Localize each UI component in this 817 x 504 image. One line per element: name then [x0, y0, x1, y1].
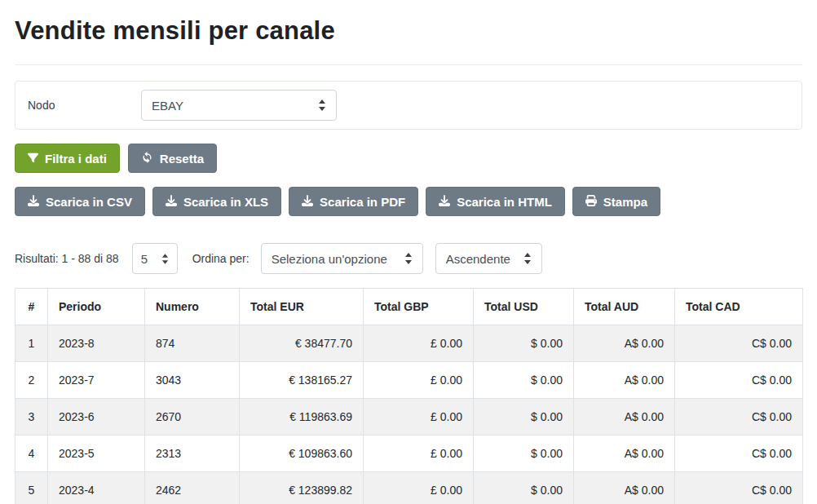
cell-periodo: 2023-5 — [48, 435, 145, 472]
cell-total-gbp: £ 0.00 — [364, 399, 474, 435]
filter-actions-row: Filtra i dati Resetta — [15, 144, 802, 173]
download-csv-button[interactable]: Scarica in CSV — [15, 187, 145, 216]
download-xls-button[interactable]: Scarica in XLS — [152, 187, 281, 216]
cell-total-aud: A$ 0.00 — [574, 362, 675, 399]
cell-index: 5 — [15, 472, 48, 504]
column-header-total-aud: Total AUD — [574, 289, 675, 325]
table-row: 3 2023-6 2670 € 119863.69 £ 0.00 $ 0.00 … — [15, 399, 803, 435]
cell-total-usd: $ 0.00 — [474, 472, 574, 504]
table-row: 2 2023-7 3043 € 138165.27 £ 0.00 $ 0.00 … — [15, 362, 803, 399]
cell-total-gbp: £ 0.00 — [364, 325, 474, 362]
cell-total-eur: € 123899.82 — [240, 472, 364, 504]
cell-total-aud: A$ 0.00 — [574, 399, 675, 435]
table-row: 5 2023-4 2462 € 123899.82 £ 0.00 $ 0.00 … — [15, 472, 803, 504]
column-header-numero: Numero — [145, 289, 240, 325]
cell-index: 1 — [15, 325, 48, 362]
download-icon — [302, 195, 313, 209]
cell-total-gbp: £ 0.00 — [364, 362, 474, 399]
cell-total-usd: $ 0.00 — [474, 325, 574, 362]
filter-panel: Nodo EBAY — [15, 81, 802, 130]
cell-numero: 2313 — [145, 435, 240, 472]
results-count: Risultati: 1 - 88 di 88 — [15, 252, 119, 265]
cell-total-gbp: £ 0.00 — [364, 472, 474, 504]
page-title: Vendite mensili per canale — [15, 16, 802, 46]
node-select-value: EBAY — [152, 99, 183, 113]
download-icon — [166, 195, 177, 209]
reset-button-label: Resetta — [160, 152, 204, 166]
select-arrows-icon — [523, 253, 532, 264]
cell-periodo: 2023-7 — [48, 362, 145, 399]
node-label: Nodo — [28, 99, 141, 112]
cell-total-aud: A$ 0.00 — [574, 472, 675, 504]
page-container: Vendite mensili per canale Nodo EBAY Fil… — [0, 16, 817, 504]
page-size-select[interactable]: 5 — [132, 243, 178, 274]
cell-total-cad: C$ 0.00 — [675, 325, 803, 362]
download-xls-label: Scarica in XLS — [183, 195, 268, 209]
sort-direction-select[interactable]: Ascendente — [435, 243, 542, 274]
download-pdf-button[interactable]: Scarica in PDF — [289, 187, 418, 216]
cell-numero: 2462 — [145, 472, 240, 504]
order-by-label: Ordina per: — [192, 252, 250, 265]
cell-periodo: 2023-8 — [48, 325, 145, 362]
select-arrows-icon — [161, 254, 169, 264]
cell-index: 2 — [15, 362, 48, 399]
column-header-index: # — [15, 289, 48, 325]
results-table: # Periodo Numero Total EUR Total GBP Tot… — [15, 288, 803, 504]
title-divider — [15, 64, 802, 65]
page-size-value: 5 — [141, 252, 148, 266]
cell-total-eur: € 138165.27 — [240, 362, 364, 399]
download-pdf-label: Scarica in PDF — [320, 195, 405, 209]
cell-numero: 874 — [145, 325, 240, 362]
results-bar: Risultati: 1 - 88 di 88 5 Ordina per: Se… — [15, 243, 802, 274]
column-header-total-eur: Total EUR — [240, 289, 364, 325]
reset-button[interactable]: Resetta — [128, 144, 217, 173]
cell-total-usd: $ 0.00 — [474, 362, 574, 399]
order-by-select[interactable]: Seleziona un'opzione — [261, 243, 423, 274]
print-button-label: Stampa — [603, 195, 647, 209]
filter-icon — [28, 152, 38, 166]
cell-total-usd: $ 0.00 — [474, 435, 574, 472]
cell-total-cad: C$ 0.00 — [675, 399, 803, 435]
refresh-icon — [141, 151, 153, 166]
node-form-row: Nodo EBAY — [28, 90, 789, 121]
select-arrows-icon — [404, 253, 413, 264]
node-select[interactable]: EBAY — [141, 90, 337, 121]
cell-total-cad: C$ 0.00 — [675, 472, 803, 504]
print-button[interactable]: Stampa — [572, 187, 660, 216]
cell-total-cad: C$ 0.00 — [675, 362, 803, 399]
cell-total-usd: $ 0.00 — [474, 399, 574, 435]
cell-total-aud: A$ 0.00 — [574, 325, 675, 362]
order-by-value: Seleziona un'opzione — [272, 252, 387, 266]
cell-total-eur: € 119863.69 — [240, 399, 364, 435]
download-icon — [439, 195, 450, 209]
export-actions-row: Scarica in CSV Scarica in XLS Scarica in… — [15, 187, 802, 216]
download-csv-label: Scarica in CSV — [46, 195, 132, 209]
download-icon — [28, 195, 39, 209]
column-header-total-usd: Total USD — [474, 289, 574, 325]
column-header-periodo: Periodo — [48, 289, 145, 325]
print-icon — [585, 195, 597, 209]
cell-total-eur: € 109863.60 — [240, 435, 364, 472]
download-html-label: Scarica in HTML — [457, 195, 552, 209]
column-header-total-gbp: Total GBP — [364, 289, 474, 325]
sort-direction-value: Ascendente — [446, 252, 510, 266]
cell-total-cad: C$ 0.00 — [675, 435, 803, 472]
cell-numero: 3043 — [145, 362, 240, 399]
table-header-row: # Periodo Numero Total EUR Total GBP Tot… — [15, 289, 803, 325]
cell-total-gbp: £ 0.00 — [364, 435, 474, 472]
download-html-button[interactable]: Scarica in HTML — [426, 187, 565, 216]
filter-button[interactable]: Filtra i dati — [15, 144, 120, 173]
select-arrows-icon — [318, 99, 326, 111]
cell-total-aud: A$ 0.00 — [574, 435, 675, 472]
cell-total-eur: € 38477.70 — [240, 325, 364, 362]
table-row: 1 2023-8 874 € 38477.70 £ 0.00 $ 0.00 A$… — [15, 325, 803, 362]
cell-periodo: 2023-6 — [48, 399, 145, 435]
cell-index: 4 — [15, 435, 48, 472]
cell-index: 3 — [15, 399, 48, 435]
column-header-total-cad: Total CAD — [675, 289, 803, 325]
table-row: 4 2023-5 2313 € 109863.60 £ 0.00 $ 0.00 … — [15, 435, 803, 472]
cell-numero: 2670 — [145, 399, 240, 435]
cell-periodo: 2023-4 — [48, 472, 145, 504]
filter-button-label: Filtra i dati — [45, 152, 107, 166]
